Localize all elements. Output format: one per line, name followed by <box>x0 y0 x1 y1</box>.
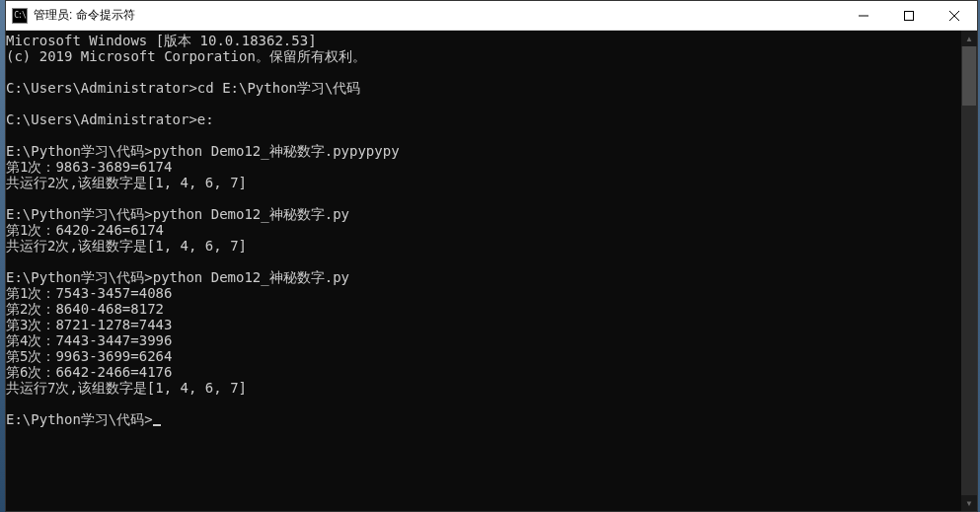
scroll-up-button[interactable]: ▲ <box>961 31 977 46</box>
titlebar[interactable]: C:\ 管理员: 命令提示符 <box>6 1 977 31</box>
window-title: 管理员: 命令提示符 <box>34 7 841 24</box>
window-controls <box>841 1 977 30</box>
maximize-icon <box>904 11 914 21</box>
maximize-button[interactable] <box>886 1 932 30</box>
terminal-cursor <box>153 424 161 426</box>
scroll-down-button[interactable]: ▼ <box>961 495 977 511</box>
cmd-icon: C:\ <box>12 8 28 24</box>
close-icon <box>949 11 959 21</box>
close-button[interactable] <box>932 1 977 30</box>
minimize-icon <box>859 11 868 21</box>
scroll-track[interactable] <box>961 46 977 495</box>
scroll-thumb[interactable] <box>962 46 976 106</box>
cmd-window: C:\ 管理员: 命令提示符 Microsoft Windows [版本 10.… <box>5 0 978 512</box>
svg-rect-1 <box>905 11 914 20</box>
vertical-scrollbar[interactable]: ▲ ▼ <box>961 31 977 511</box>
minimize-button[interactable] <box>841 1 886 30</box>
terminal-container: Microsoft Windows [版本 10.0.18362.53] (c)… <box>6 31 977 511</box>
terminal-output[interactable]: Microsoft Windows [版本 10.0.18362.53] (c)… <box>6 31 961 511</box>
